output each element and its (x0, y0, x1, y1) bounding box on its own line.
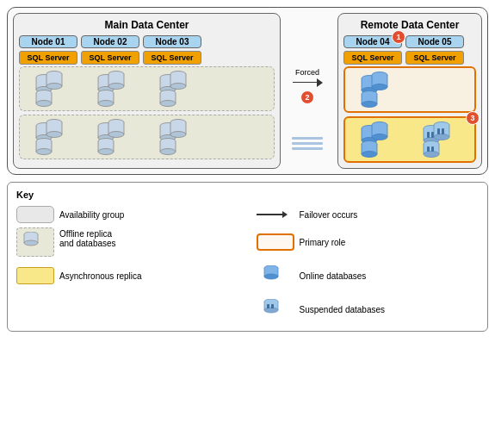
online-db-icon-2 (359, 121, 399, 158)
key-failover-label: Failover occurs (300, 210, 358, 220)
offline-db-icon-2 (96, 71, 135, 107)
badge-3: 3 (466, 111, 480, 125)
offline-db-icon-3 (158, 71, 197, 107)
svg-point-22 (108, 84, 124, 90)
main-r1-cell1 (24, 71, 83, 107)
node-04-col: 1 Node 04 SQL Server (343, 35, 402, 65)
key-arrow-shaft (257, 214, 282, 215)
key-suspended-db: Suspended databases (257, 295, 480, 324)
main-data-center: Main Data Center Node 01 SQL Server Node… (13, 13, 281, 169)
outer-diagram-border: Main Data Center Node 01 SQL Server Node… (7, 7, 488, 175)
main-replica-rows (19, 66, 275, 159)
dc-row: Main Data Center Node 01 SQL Server Node… (13, 13, 482, 169)
remote-data-center: Remote Data Center 1 Node 04 SQL Server … (337, 13, 482, 169)
conn-line-1 (292, 137, 323, 140)
svg-point-117 (362, 152, 377, 158)
remote-row1-primary (343, 66, 476, 113)
node-01-col: Node 01 SQL Server (19, 35, 77, 65)
svg-point-7 (46, 84, 62, 90)
main-dc-title: Main Data Center (19, 19, 275, 31)
svg-point-97 (372, 84, 387, 90)
node-05-col: Node 05 SQL Server (405, 35, 464, 65)
key-failover: Failover occurs (257, 206, 480, 223)
svg-point-102 (362, 102, 377, 108)
svg-point-57 (36, 149, 52, 155)
remote-nodes-area: 1 Node 04 SQL Server Node 05 SQL Server (343, 35, 476, 65)
key-primary-shape (257, 233, 294, 251)
key-grid: Availability group Failover occurs (16, 206, 479, 324)
main-nodes-area: Node 01 SQL Server Node 02 SQL Server No… (19, 35, 275, 65)
main-r1-cell2 (86, 71, 145, 107)
key-arrow-shape (257, 211, 294, 218)
arrow-head (317, 78, 323, 87)
key-avail-label: Availability group (59, 210, 124, 220)
remote-r1-cell2-empty (411, 72, 470, 108)
online-db-icon-1 (359, 72, 399, 108)
node-03-label: Node 03 (143, 35, 201, 48)
svg-rect-126 (431, 132, 434, 138)
svg-point-72 (98, 149, 114, 155)
key-offline-icon (23, 232, 47, 252)
badge-3-container: 3 (466, 111, 480, 125)
key-async-label: Asynchronous replica (59, 271, 142, 281)
key-title: Key (16, 190, 479, 200)
node-01-sql: SQL Server (19, 51, 77, 65)
conn-line-3 (292, 147, 323, 150)
svg-point-82 (170, 132, 186, 138)
svg-point-112 (372, 134, 387, 140)
remote-row2-primary: 3 (343, 116, 476, 163)
key-offline-replica: Offline replicaand databases (16, 227, 239, 257)
svg-point-12 (36, 101, 52, 107)
svg-rect-157 (271, 304, 274, 308)
remote-r2-cell1 (350, 121, 408, 158)
conn-line-2 (292, 142, 323, 145)
suspended-db-icon-1 (421, 121, 461, 158)
arrow-shaft (293, 82, 317, 84)
main-row1 (19, 66, 275, 111)
main-r2-cell1 (24, 119, 83, 155)
svg-rect-139 (427, 146, 430, 152)
key-async-replica: Asynchronous replica (16, 261, 239, 290)
key-online-icon (263, 265, 288, 286)
svg-point-129 (434, 134, 449, 140)
offline-db-icon-5 (96, 119, 135, 155)
svg-point-148 (264, 274, 278, 279)
node-04-sql: SQL Server (343, 51, 402, 65)
key-legend: Key Availability group Failover occurs (7, 182, 488, 332)
offline-db-icon-4 (34, 119, 73, 155)
svg-rect-140 (431, 146, 434, 152)
remote-r1-cell1 (350, 72, 408, 108)
key-suspended-icon (263, 299, 288, 320)
svg-point-37 (170, 84, 186, 90)
remote-replica-rows: 3 (343, 66, 476, 163)
svg-point-67 (108, 132, 124, 138)
key-arrow-head (282, 211, 288, 218)
svg-point-153 (264, 308, 278, 313)
key-offline-label: Offline replicaand databases (59, 229, 116, 248)
main-wrapper: Main Data Center Node 01 SQL Server Node… (0, 0, 495, 339)
svg-rect-132 (437, 128, 440, 134)
node-03-sql: SQL Server (143, 51, 201, 65)
key-primary-label: Primary role (300, 238, 346, 247)
svg-point-136 (424, 152, 439, 158)
svg-rect-156 (267, 304, 269, 308)
offline-db-icon-6 (158, 119, 197, 155)
svg-point-42 (160, 101, 176, 107)
main-r2-cell3 (148, 119, 207, 155)
node-01-label: Node 01 (19, 35, 77, 48)
key-avail-shape (16, 206, 54, 223)
key-async-shape (16, 267, 54, 284)
key-avail-group: Availability group (16, 206, 239, 223)
offline-db-icon-1 (34, 71, 73, 107)
main-r2-cell2 (86, 119, 145, 155)
key-suspended-shape (257, 295, 294, 324)
remote-r2-cell2 (411, 121, 470, 158)
node-05-sql: SQL Server (405, 51, 464, 65)
connector-zone: Forced 2 (281, 13, 334, 169)
node-03-col: Node 03 SQL Server (143, 35, 201, 65)
svg-rect-133 (442, 128, 444, 134)
svg-point-52 (46, 132, 62, 138)
node-02-col: Node 02 SQL Server (81, 35, 139, 65)
svg-point-27 (98, 101, 114, 107)
forced-label: Forced (295, 68, 319, 77)
